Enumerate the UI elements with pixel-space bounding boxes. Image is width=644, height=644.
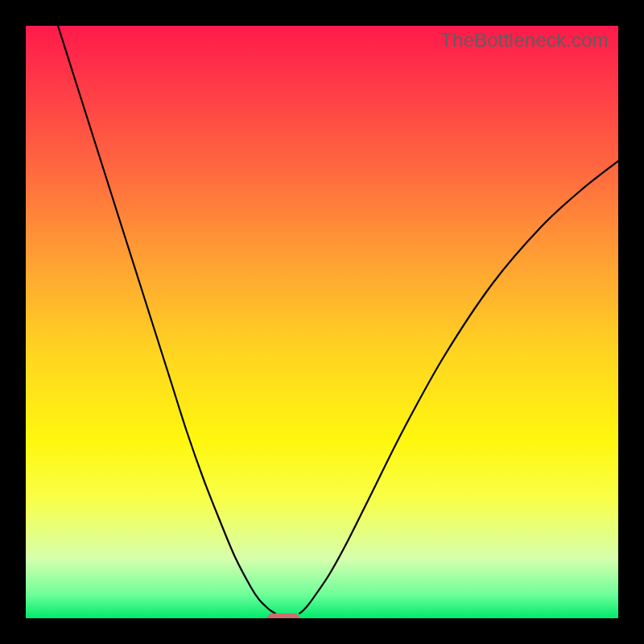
bottleneck-curve [26,26,618,618]
curve-left-branch [58,26,275,613]
plot-area: TheBottleneck.com [26,26,618,618]
minimum-marker [267,613,299,618]
curve-right-branch [299,161,618,613]
chart-frame: TheBottleneck.com [0,0,644,644]
